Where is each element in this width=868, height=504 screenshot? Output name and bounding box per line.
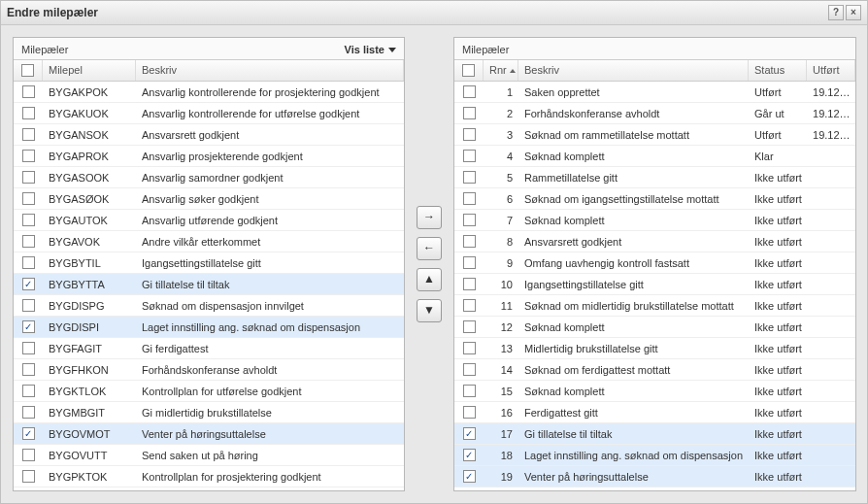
table-row[interactable]: 11Søknad om midlertidig brukstillatelse … bbox=[454, 295, 855, 317]
cell-rnr: 1 bbox=[484, 84, 518, 101]
col-milepel[interactable]: Milepel bbox=[43, 60, 136, 81]
table-row[interactable]: BYGANSOKAnsvarsrett godkjent bbox=[14, 124, 404, 146]
row-checkbox[interactable] bbox=[463, 107, 476, 119]
table-row[interactable]: BYGDISPGSøknad om dispensasjon innvilget bbox=[14, 295, 404, 317]
row-checkbox[interactable] bbox=[463, 214, 476, 226]
row-checkbox[interactable] bbox=[463, 128, 476, 141]
col-utfort[interactable]: Utført bbox=[807, 60, 855, 81]
row-checkbox[interactable]: ✓ bbox=[22, 278, 35, 290]
table-row[interactable]: 4Søknad komplettKlar bbox=[454, 146, 855, 167]
row-checkbox[interactable] bbox=[22, 128, 35, 141]
row-checkbox[interactable]: ✓ bbox=[463, 427, 476, 440]
row-checkbox[interactable] bbox=[463, 150, 476, 162]
table-row[interactable]: 8Ansvarsrett godkjentIkke utført bbox=[454, 231, 855, 252]
header-checkbox[interactable] bbox=[462, 64, 475, 77]
row-checkbox[interactable] bbox=[22, 342, 35, 354]
table-row[interactable]: 5Rammetillatelse gittIkke utført bbox=[454, 167, 855, 188]
row-checkbox[interactable] bbox=[463, 342, 476, 354]
table-row[interactable]: ✓18Laget innstilling ang. søknad om disp… bbox=[454, 445, 855, 466]
view-toggle[interactable]: Vis liste bbox=[345, 44, 396, 55]
table-row[interactable]: ✓BYGDISPILaget innstilling ang. søknad o… bbox=[14, 317, 404, 338]
table-row[interactable]: BYGBYTILIgangsettingstillatelse gitt bbox=[14, 252, 404, 274]
table-row[interactable]: BYGAKPOKAnsvarlig kontrollerende for pro… bbox=[14, 82, 404, 103]
table-row[interactable]: 6Søknad om igangsettingstillatelse motta… bbox=[454, 188, 855, 210]
table-row[interactable]: BYGFAGITGi ferdigattest bbox=[14, 338, 404, 359]
table-row[interactable]: ✓BYGOVMOTVenter på høringsuttalelse bbox=[14, 423, 404, 445]
row-checkbox[interactable] bbox=[22, 449, 35, 461]
row-checkbox[interactable]: ✓ bbox=[22, 320, 35, 333]
col-beskriv[interactable]: Beskriv bbox=[518, 60, 749, 81]
table-row[interactable]: BYGAVOKAndre vilkår etterkommet bbox=[14, 231, 404, 252]
col-checkbox[interactable] bbox=[454, 60, 484, 81]
right-grid-body[interactable]: 1Saken opprettetUtført19.12…2Forhåndskon… bbox=[454, 82, 855, 490]
table-row[interactable]: BYGASOOKAnsvarlig samordner godkjent bbox=[14, 167, 404, 188]
row-checkbox[interactable] bbox=[22, 470, 35, 483]
row-checkbox[interactable] bbox=[22, 150, 35, 162]
row-checkbox[interactable] bbox=[22, 363, 35, 376]
table-row[interactable]: 3Søknad om rammetillatelse mottattUtført… bbox=[454, 124, 855, 146]
row-checkbox[interactable] bbox=[22, 406, 35, 419]
row-checkbox[interactable] bbox=[22, 171, 35, 184]
table-row[interactable]: 20Saken avsluttetIkke utført bbox=[454, 487, 855, 490]
row-checkbox[interactable] bbox=[463, 85, 476, 98]
table-row[interactable]: 14Søknad om ferdigattest mottattIkke utf… bbox=[454, 359, 855, 381]
left-grid-body[interactable]: BYGAKPOKAnsvarlig kontrollerende for pro… bbox=[14, 82, 404, 490]
table-row[interactable]: ✓17Gi tillatelse til tiltakIkke utført bbox=[454, 423, 855, 445]
table-row[interactable]: 2Forhåndskonferanse avholdtGår ut19.12… bbox=[454, 103, 855, 124]
col-status[interactable]: Status bbox=[749, 60, 807, 81]
table-row[interactable]: 13Midlertidig brukstillatelse gittIkke u… bbox=[454, 338, 855, 359]
table-row[interactable]: BYGRTGITGi rammetillatelse bbox=[14, 487, 404, 490]
table-row[interactable]: 10Igangsettingstillatelse gittIkke utfør… bbox=[454, 274, 855, 295]
table-row[interactable]: BYGMBGITGi midlertidig brukstillatelse bbox=[14, 402, 404, 423]
row-checkbox[interactable] bbox=[463, 192, 476, 205]
col-rnr[interactable]: Rnr bbox=[484, 60, 518, 81]
move-down-button[interactable]: ▼ bbox=[417, 299, 442, 322]
row-checkbox[interactable] bbox=[22, 107, 35, 119]
table-row[interactable]: BYGKTLOKKontrollplan for utførelse godkj… bbox=[14, 381, 404, 402]
table-row[interactable]: BYGAUTOKAnsvarlig utførende godkjent bbox=[14, 210, 404, 231]
row-checkbox[interactable] bbox=[22, 299, 35, 312]
row-checkbox[interactable] bbox=[463, 256, 476, 269]
table-row[interactable]: BYGOVUTTSend saken ut på høring bbox=[14, 445, 404, 466]
row-checkbox[interactable] bbox=[463, 406, 476, 419]
row-checkbox[interactable] bbox=[22, 235, 35, 248]
cell-milepel: BYGMBGIT bbox=[43, 404, 136, 421]
row-checkbox[interactable] bbox=[22, 214, 35, 226]
row-checkbox[interactable] bbox=[22, 85, 35, 98]
row-checkbox[interactable] bbox=[463, 278, 476, 290]
move-left-button[interactable]: ← bbox=[417, 237, 442, 260]
table-row[interactable]: BYGASØOKAnsvarlig søker godkjent bbox=[14, 188, 404, 210]
row-checkbox[interactable]: ✓ bbox=[463, 449, 476, 461]
row-checkbox[interactable] bbox=[22, 385, 35, 397]
table-row[interactable]: 1Saken opprettetUtført19.12… bbox=[454, 82, 855, 103]
table-row[interactable]: 7Søknad komplettIkke utført bbox=[454, 210, 855, 231]
row-checkbox[interactable] bbox=[22, 192, 35, 205]
table-row[interactable]: BYGAPROKAnsvarlig prosjekterende godkjen… bbox=[14, 146, 404, 167]
table-row[interactable]: ✓BYGBYTTAGi tillatelse til tiltak bbox=[14, 274, 404, 295]
row-checkbox[interactable] bbox=[463, 299, 476, 312]
table-row[interactable]: BYGAKUOKAnsvarlig kontrollerende for utf… bbox=[14, 103, 404, 124]
help-button[interactable]: ? bbox=[828, 5, 844, 20]
row-checkbox[interactable] bbox=[22, 256, 35, 269]
table-row[interactable]: BYGPKTOKKontrollplan for prosjektering g… bbox=[14, 466, 404, 487]
header-checkbox[interactable] bbox=[21, 64, 34, 77]
row-checkbox[interactable] bbox=[463, 171, 476, 184]
row-checkbox[interactable]: ✓ bbox=[22, 427, 35, 440]
table-row[interactable]: 15Søknad komplettIkke utført bbox=[454, 381, 855, 402]
move-right-button[interactable]: → bbox=[417, 206, 442, 229]
table-row[interactable]: BYGFHKONForhåndskonferanse avholdt bbox=[14, 359, 404, 381]
close-button[interactable]: × bbox=[846, 5, 861, 20]
col-beskriv[interactable]: Beskriv bbox=[136, 60, 404, 81]
table-row[interactable]: ✓19Venter på høringsuttalelseIkke utført bbox=[454, 466, 855, 487]
row-checkbox[interactable] bbox=[463, 320, 476, 333]
col-checkbox[interactable] bbox=[14, 60, 43, 81]
table-row[interactable]: 12Søknad komplettIkke utført bbox=[454, 317, 855, 338]
cell-beskriv: Ansvarlig samordner godkjent bbox=[136, 169, 404, 186]
table-row[interactable]: 9Omfang uavhengig kontroll fastsattIkke … bbox=[454, 252, 855, 274]
move-up-button[interactable]: ▲ bbox=[417, 268, 442, 291]
row-checkbox[interactable] bbox=[463, 235, 476, 248]
row-checkbox[interactable] bbox=[463, 385, 476, 397]
row-checkbox[interactable]: ✓ bbox=[463, 470, 476, 483]
table-row[interactable]: 16Ferdigattest gittIkke utført bbox=[454, 402, 855, 423]
row-checkbox[interactable] bbox=[463, 363, 476, 376]
